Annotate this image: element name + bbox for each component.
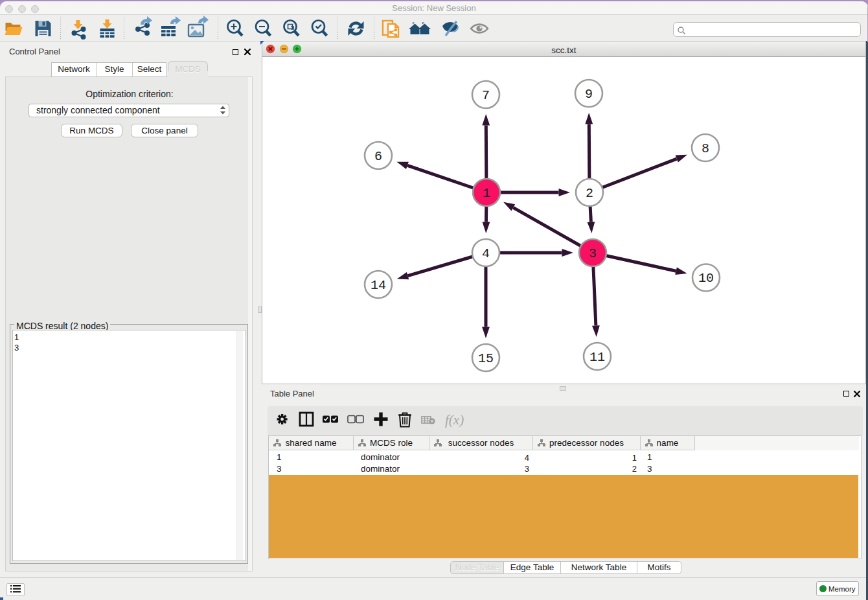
- svg-text:8: 8: [702, 141, 709, 156]
- svg-text:15: 15: [478, 351, 494, 366]
- svg-text:7: 7: [482, 88, 490, 103]
- svg-text:11: 11: [589, 350, 605, 365]
- svg-text:1: 1: [483, 186, 490, 201]
- svg-text:10: 10: [698, 271, 714, 286]
- svg-text:2: 2: [586, 186, 593, 201]
- svg-text:4: 4: [482, 246, 490, 261]
- svg-text:f(x): f(x): [445, 412, 464, 428]
- svg-text:9: 9: [585, 87, 593, 102]
- svg-text:14: 14: [371, 278, 386, 293]
- svg-text:6: 6: [374, 149, 382, 164]
- svg-text:3: 3: [589, 246, 597, 261]
